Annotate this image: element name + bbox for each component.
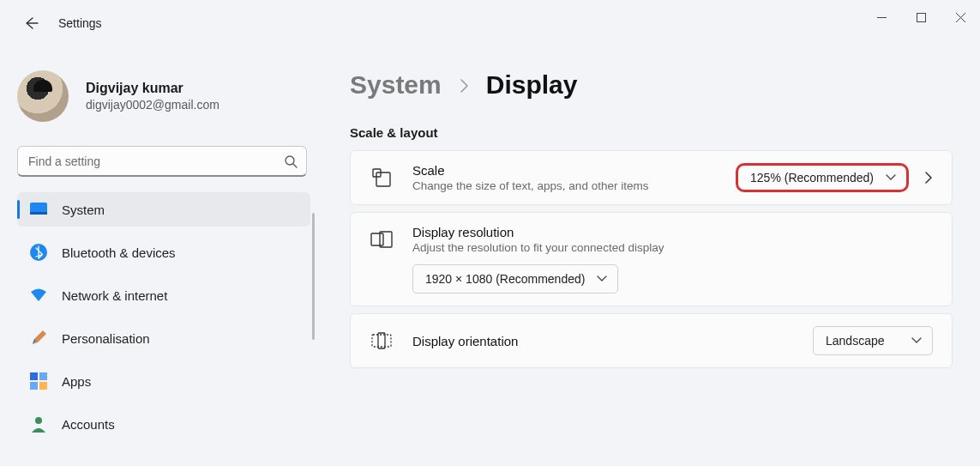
svg-rect-7 [30, 212, 47, 215]
scale-icon [370, 166, 394, 190]
svg-point-13 [35, 417, 42, 424]
back-button[interactable] [19, 11, 43, 35]
svg-rect-18 [372, 335, 391, 347]
svg-line-5 [293, 164, 297, 167]
breadcrumb-current: Display [486, 70, 578, 100]
chevron-down-icon [886, 174, 896, 181]
svg-rect-9 [30, 372, 38, 380]
svg-point-4 [286, 156, 294, 165]
svg-rect-12 [39, 382, 47, 390]
orientation-dropdown[interactable]: Landscape [813, 326, 933, 355]
chevron-down-icon [911, 337, 922, 344]
sidebar-item-apps[interactable]: Apps [17, 364, 310, 398]
search-input[interactable] [28, 154, 284, 168]
avatar [17, 70, 69, 122]
chevron-down-icon [597, 275, 607, 282]
resolution-setting: Display resolution Adjust the resolution… [350, 212, 953, 306]
svg-rect-10 [39, 372, 47, 380]
svg-rect-17 [380, 232, 392, 247]
scale-selected-value: 125% (Recommended) [750, 171, 874, 185]
minimize-button[interactable] [862, 0, 901, 34]
sidebar-item-label: System [62, 203, 105, 217]
resolution-selected-value: 1920 × 1080 (Recommended) [425, 272, 585, 286]
account-email: digvijay0002@gmail.com [86, 98, 219, 112]
resolution-icon [370, 227, 394, 251]
system-icon [29, 200, 48, 219]
wifi-icon [29, 286, 48, 305]
scale-subtitle: Change the size of text, apps, and other… [412, 179, 736, 192]
sidebar-item-label: Apps [62, 374, 91, 389]
app-title: Settings [58, 16, 102, 30]
orientation-title: Display orientation [412, 334, 813, 348]
main-content: System Display Scale & layout Scale Chan… [317, 46, 980, 466]
sidebar-item-label: Bluetooth & devices [62, 245, 176, 260]
orientation-icon [370, 329, 394, 353]
account-block[interactable]: Digvijay kumar digvijay0002@gmail.com [17, 70, 312, 122]
svg-rect-11 [30, 382, 38, 390]
svg-rect-15 [376, 172, 390, 186]
breadcrumb: System Display [350, 70, 953, 100]
resolution-subtitle: Adjust the resolution to fit your connec… [412, 241, 933, 254]
sidebar: Digvijay kumar digvijay0002@gmail.com Sy… [0, 46, 317, 466]
section-title: Scale & layout [350, 125, 953, 140]
scale-dropdown[interactable]: 125% (Recommended) [736, 163, 909, 192]
resolution-dropdown[interactable]: 1920 × 1080 (Recommended) [412, 264, 618, 294]
orientation-setting: Display orientation Landscape [350, 313, 953, 368]
orientation-selected-value: Landscape [826, 334, 885, 348]
bluetooth-icon [29, 243, 48, 262]
topbar: Settings [0, 0, 980, 46]
search-field[interactable] [17, 146, 307, 177]
sidebar-item-accounts[interactable]: Accounts [17, 407, 310, 441]
sidebar-item-bluetooth[interactable]: Bluetooth & devices [17, 235, 310, 269]
scale-title: Scale [412, 163, 736, 178]
close-button[interactable] [941, 0, 980, 34]
sidebar-item-label: Personalisation [62, 331, 150, 346]
sidebar-item-personalisation[interactable]: Personalisation [17, 321, 310, 355]
chevron-right-icon [459, 78, 469, 94]
sidebar-item-label: Network & internet [62, 288, 167, 303]
maximize-button[interactable] [901, 0, 941, 34]
sidebar-item-system[interactable]: System [17, 192, 310, 227]
svg-rect-1 [917, 13, 925, 21]
apps-icon [29, 372, 48, 390]
person-icon [29, 415, 48, 433]
svg-rect-19 [378, 333, 385, 348]
sidebar-nav: System Bluetooth & devices Network & int… [17, 192, 312, 450]
expand-scale-button[interactable] [924, 171, 933, 185]
sidebar-scrollbar[interactable] [312, 213, 315, 340]
scale-setting: Scale Change the size of text, apps, and… [350, 150, 953, 205]
resolution-title: Display resolution [412, 225, 933, 239]
sidebar-item-network[interactable]: Network & internet [17, 278, 310, 312]
window-controls [862, 0, 980, 34]
breadcrumb-parent[interactable]: System [350, 70, 442, 100]
search-icon [284, 154, 298, 168]
account-name: Digvijay kumar [86, 81, 219, 96]
sidebar-item-label: Accounts [62, 417, 115, 432]
brush-icon [29, 329, 48, 348]
svg-rect-16 [371, 233, 383, 245]
